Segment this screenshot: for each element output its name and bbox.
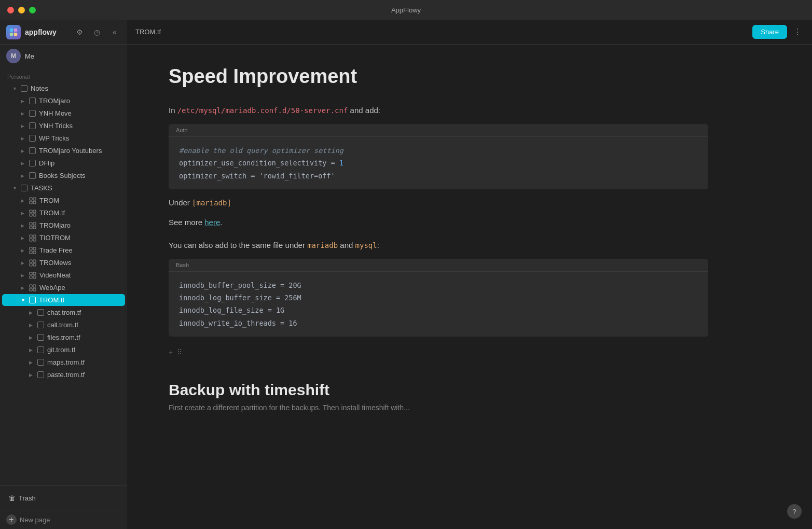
help-button[interactable]: ?: [787, 504, 802, 519]
sidebar-item-call-trom[interactable]: ▶ call.trom.tf: [2, 319, 125, 331]
sidebar-item-books-subjects[interactable]: ▶ Books Subjects: [2, 170, 125, 182]
sidebar-item-maps-trom[interactable]: ▶ maps.trom.tf: [2, 356, 125, 368]
collapse-arrow-icon: ▶: [29, 347, 34, 353]
sidebar-item-paste-trom[interactable]: ▶ paste.trom.tf: [2, 369, 125, 381]
sidebar-item-label: YNH Tricks: [39, 122, 119, 130]
sidebar-item-tromjaro-youtubers[interactable]: ▶ TROMjaro Youtubers: [2, 145, 125, 157]
doc-paragraph-1: In /etc/mysql/mariadb.conf.d/50-server.c…: [169, 104, 708, 117]
para3-prefix: See more: [169, 218, 202, 227]
doc-h2-sub: First create a different partition for t…: [169, 402, 708, 413]
svg-rect-4: [30, 198, 32, 200]
sidebar-item-trash[interactable]: 🗑 Trash: [2, 491, 125, 505]
collapse-arrow-icon: ▶: [21, 148, 26, 154]
svg-rect-27: [33, 263, 36, 266]
page-icon: [37, 322, 44, 328]
brand[interactable]: appflowy: [6, 25, 57, 39]
svg-rect-15: [33, 226, 36, 229]
minimize-button[interactable]: [18, 7, 25, 13]
collapse-arrow-icon: ▼: [12, 86, 18, 91]
page-icon: [29, 135, 36, 142]
sidebar-item-ynh-tricks[interactable]: ▶ YNH Tricks: [2, 120, 125, 132]
collapse-arrow-icon: ▶: [21, 136, 26, 141]
grid-icon: [29, 259, 36, 267]
header-actions: Share ⋮: [752, 25, 804, 39]
svg-rect-7: [33, 201, 36, 204]
sidebar-item-label: TROM.tf: [39, 296, 119, 304]
grid-icon: [29, 222, 36, 229]
drag-icon[interactable]: ⠿: [177, 348, 182, 356]
settings-icon[interactable]: ⚙: [73, 26, 86, 38]
sidebar-item-tasks[interactable]: ▼ TASKS: [2, 182, 125, 194]
svg-rect-19: [33, 239, 36, 241]
app-body: appflowy ⚙ ◷ « M Me Personal ▼ Notes: [0, 20, 812, 529]
doc-paragraph-3: See more here.: [169, 216, 708, 229]
sidebar-item-tromjaro[interactable]: ▶ TROMjaro: [2, 95, 125, 107]
sidebar-item-label: WP Tricks: [39, 134, 119, 142]
svg-rect-28: [30, 272, 32, 275]
sidebar-item-chat-trom[interactable]: ▶ chat.trom.tf: [2, 307, 125, 318]
sidebar-item-dflip[interactable]: ▶ DFlip: [2, 157, 125, 169]
sidebar-item-label: TROMjaro: [39, 221, 119, 229]
sidebar-user[interactable]: M Me: [0, 45, 127, 67]
more-options-icon[interactable]: ⋮: [791, 25, 804, 39]
page-icon: [29, 122, 36, 129]
collapse-arrow-icon: ▶: [21, 123, 26, 129]
para1-suffix: and add:: [350, 106, 380, 115]
svg-rect-29: [33, 272, 36, 275]
collapse-arrow-icon: ▶: [21, 99, 26, 104]
sidebar-item-trom[interactable]: ▶ TROM: [2, 194, 125, 206]
svg-rect-11: [33, 214, 36, 216]
new-page-label: New page: [20, 516, 50, 524]
sidebar-item-wp-tricks[interactable]: ▶ WP Tricks: [2, 132, 125, 144]
add-block-icon[interactable]: +: [169, 348, 173, 356]
svg-rect-5: [33, 198, 36, 200]
page-icon: [37, 371, 44, 378]
page-icon: [37, 309, 44, 316]
sidebar-footer: 🗑 Trash: [0, 485, 127, 510]
sidebar-item-trom-tf-tasks[interactable]: ▶ TROM.tf: [2, 207, 125, 219]
collapse-arrow-icon: ▶: [29, 372, 34, 378]
svg-rect-13: [33, 222, 36, 225]
collapse-arrow-icon: ▼: [21, 298, 26, 303]
maximize-button[interactable]: [29, 7, 36, 13]
svg-rect-26: [30, 263, 32, 266]
sidebar-item-label: TROMjaro: [39, 97, 119, 105]
svg-rect-22: [30, 251, 32, 254]
here-link[interactable]: here: [204, 218, 220, 227]
new-page-button[interactable]: + New page: [0, 510, 127, 529]
collapse-sidebar-icon[interactable]: «: [108, 26, 121, 38]
code-block-lang-1: Auto: [169, 124, 708, 137]
sidebar-item-webape[interactable]: ▶ WebApe: [2, 282, 125, 294]
collapse-arrow-icon: ▶: [21, 260, 26, 266]
grid-icon: [29, 234, 36, 242]
sidebar-item-label: DFlip: [39, 159, 119, 167]
close-button[interactable]: [7, 7, 14, 13]
sidebar-item-label: TROMjaro Youtubers: [39, 147, 119, 155]
sidebar-item-label: chat.trom.tf: [47, 309, 119, 316]
collapse-arrow-icon: ▶: [29, 310, 34, 315]
sidebar-item-trom-tf-active[interactable]: ▼ TROM.tf: [2, 294, 125, 306]
code-line: innodb_write_io_threads = 16: [179, 317, 698, 329]
grid-icon: [29, 284, 36, 291]
sidebar-item-videoneat[interactable]: ▶ VideoNeat: [2, 269, 125, 281]
sidebar-item-tromews[interactable]: ▶ TROMews: [2, 257, 125, 269]
sidebar-item-label: VideoNeat: [39, 271, 119, 279]
sidebar-item-tromjaro-tasks[interactable]: ▶ TROMjaro: [2, 219, 125, 231]
sidebar-item-notes[interactable]: ▼ Notes: [2, 82, 125, 94]
sidebar-item-label: WebApe: [39, 284, 119, 291]
sidebar-item-label: TASKS: [31, 184, 119, 192]
share-button[interactable]: Share: [752, 25, 787, 39]
sidebar-item-label: TIOTROM: [39, 234, 119, 242]
sidebar-item-ynh-move[interactable]: ▶ YNH Move: [2, 107, 125, 119]
svg-rect-25: [33, 260, 36, 262]
sidebar-item-tiotrom[interactable]: ▶ TIOTROM: [2, 232, 125, 244]
sidebar-item-files-trom[interactable]: ▶ files.trom.tf: [2, 331, 125, 343]
svg-rect-33: [33, 285, 36, 287]
page-icon: [37, 334, 44, 341]
sidebar-item-git-trom[interactable]: ▶ git.trom.tf: [2, 344, 125, 356]
para4-code2: mysql: [355, 241, 377, 249]
sidebar-item-trade-free[interactable]: ▶ Trade Free: [2, 244, 125, 256]
history-icon[interactable]: ◷: [91, 26, 103, 38]
para4-prefix: You can also add to the same file under: [169, 241, 305, 249]
svg-rect-35: [33, 288, 36, 291]
